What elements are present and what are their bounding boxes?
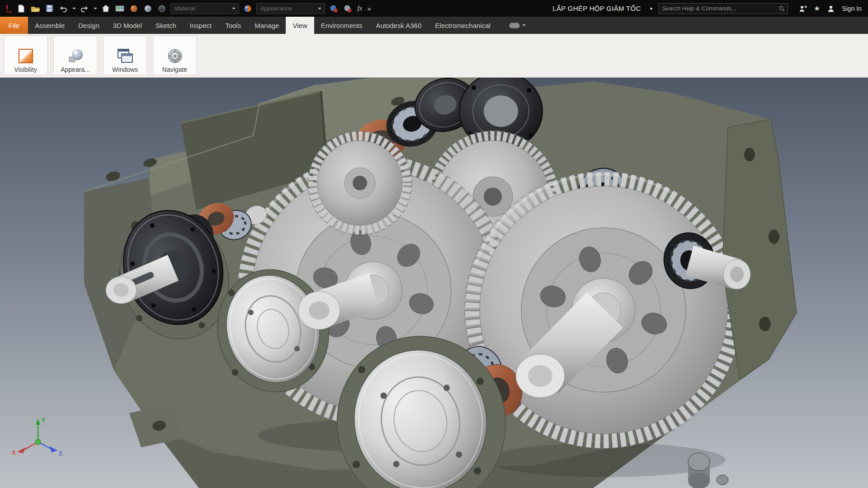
triad-x-label: X [12,449,16,456]
viewport-3d[interactable]: X Z Y [0,78,868,488]
windows-button-label: Windows [112,66,138,73]
ribbon-tabbar: File Assemble Design 3D Model Sketch Ins… [0,17,868,34]
home-icon[interactable] [100,3,111,14]
tab-3d-model[interactable]: 3D Model [106,17,149,34]
visibility-icon [16,47,36,65]
tab-environments[interactable]: Environments [314,17,369,34]
undo-dropdown-caret-icon[interactable] [72,8,76,9]
inventor-logo-icon[interactable]: I P20 [5,3,13,14]
titlebar-right-cluster: ★ Sign In [797,3,862,14]
appearance-button[interactable]: Appeara... [53,36,97,75]
inventor-logo-letter: I [6,4,8,10]
navigate-button-label: Navigate [162,66,187,73]
navigate-button[interactable]: Navigate [153,36,197,75]
shaded-sphere-icon[interactable] [156,3,167,14]
panel-separator [50,36,51,76]
appearance-dropdown-value: Appearance [260,5,292,12]
search-icon [778,5,785,12]
appearance-button-label: Appeara... [61,66,90,73]
tab-manage[interactable]: Manage [248,17,286,34]
windows-icon [115,47,135,65]
appearance-ball-icon[interactable] [242,3,253,14]
inventor-app-window: I P20 [0,0,868,488]
favorites-star-icon[interactable]: ★ [814,5,820,12]
user-export-icon[interactable] [797,3,808,14]
material-ball-icon[interactable] [128,3,139,14]
open-folder-icon[interactable] [30,3,41,14]
ribbon-panel-view: Visibility Appeara... Windows [0,34,868,78]
user-icon[interactable] [826,3,836,14]
material-dropdown-value: Material [174,5,195,12]
material-assign-icon[interactable] [328,3,339,14]
sign-in-button[interactable]: Sign In [842,5,862,12]
panel-separator [150,36,150,76]
triad-z-label: Z [59,450,62,457]
viewport-canvas[interactable]: X Z Y [0,78,868,488]
display-mode-caret-icon [522,24,526,26]
title-expand-arrow-icon[interactable]: ▸ [651,5,653,11]
texture-ball-icon[interactable] [142,3,153,14]
redo-dropdown-caret-icon[interactable] [94,8,97,9]
tab-assemble[interactable]: Assemble [28,17,71,34]
visibility-button-label: Visibility [14,66,37,73]
material-dropdown[interactable]: Material [170,3,239,14]
appearance-dropdown-caret-icon [318,8,321,9]
display-mode-icon [509,23,520,28]
tab-design[interactable]: Design [71,17,106,34]
panel-separator [100,36,100,76]
display-mode-control[interactable] [509,17,526,34]
image-capture-icon[interactable] [114,3,125,14]
help-search-box[interactable] [659,3,788,14]
titlebar: I P20 [0,0,868,17]
redo-icon[interactable] [79,3,90,14]
navigate-icon [165,47,185,65]
new-document-icon[interactable] [16,3,27,14]
tab-electromechanical[interactable]: Electromechanical [428,17,497,34]
windows-button[interactable]: Windows [103,36,147,75]
parameters-fx-icon[interactable]: fx [356,5,363,12]
toolbar-overflow-icon[interactable]: » [366,5,372,12]
search-input[interactable] [662,5,778,12]
appearance-icon [66,47,85,65]
clear-appearance-icon[interactable] [342,3,353,14]
visibility-button[interactable]: Visibility [4,36,47,75]
inventor-logo-sub: P20 [6,10,11,14]
tab-tools[interactable]: Tools [218,17,248,34]
material-dropdown-caret-icon [232,8,236,9]
tab-autodesk-a360[interactable]: Autodesk A360 [369,17,428,34]
tab-view[interactable]: View [286,17,314,34]
undo-icon[interactable] [58,3,69,14]
tab-sketch[interactable]: Sketch [149,17,183,34]
tab-inspect[interactable]: Inspect [183,17,218,34]
save-icon[interactable] [44,3,55,14]
document-title: LẮP GHÉP HỘP GIẢM TỐC [552,5,641,12]
appearance-dropdown[interactable]: Appearance [256,3,325,14]
tab-file[interactable]: File [0,17,28,34]
triad-y-label: Y [42,417,46,423]
